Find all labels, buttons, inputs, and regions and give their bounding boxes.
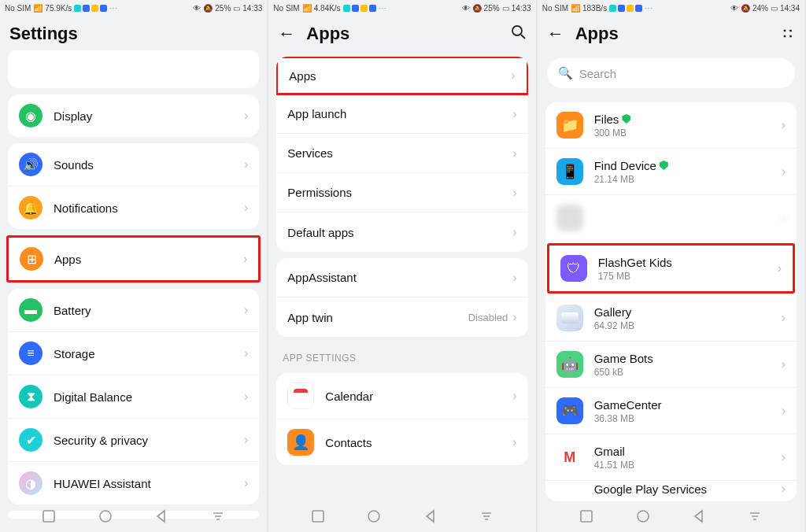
nav-bar [538, 501, 804, 532]
battery-icon: ▭ [771, 4, 778, 13]
app-list-row[interactable]: MGmail41.51 MB› [545, 434, 797, 481]
apps-grid-icon: ⊞ [20, 247, 43, 271]
nav-home-icon[interactable] [636, 509, 650, 523]
app-name: GameCenter [594, 398, 782, 412]
nav-bar [0, 501, 267, 532]
find-device-app-icon: 📱 [556, 158, 583, 185]
four-dots-icon[interactable]: ∷ [783, 25, 795, 42]
battery-pct: 24% [752, 4, 768, 13]
chevron-right-icon: › [782, 118, 786, 132]
files-app-icon: 📁 [556, 112, 583, 139]
nav-menu-icon[interactable] [479, 509, 494, 523]
app-list-row[interactable]: Google Play Services› [545, 481, 797, 501]
apps-row-permissions[interactable]: Permissions › [276, 173, 527, 212]
game-bots-app-icon: 🤖 [556, 351, 583, 378]
apps-row-calendar[interactable]: Calendar › [276, 373, 527, 419]
chevron-right-icon: › [782, 357, 786, 371]
nav-recent-icon[interactable] [579, 509, 593, 523]
settings-row-sounds[interactable]: 🔊 Sounds › [8, 143, 259, 187]
row-value: Disabled [468, 312, 508, 323]
app-size: 64.92 MB [594, 320, 782, 331]
app-list-row[interactable]: 🛡FlashGet Kids175 MB› [547, 243, 795, 294]
settings-row-huawei-assistant[interactable]: ◑ HUAWEI Assistant › [8, 462, 259, 504]
screen-apps-list: No SIM 📶 183B/s ⋯ 👁 🔕 24% ▭ 14:34 ← Apps… [538, 0, 806, 532]
settings-card-system: ▬ Battery › ≡ Storage › ⧗ Digital Balanc… [8, 289, 259, 504]
apps-row-services[interactable]: Services › [276, 134, 527, 173]
eye-icon: ◉ [19, 104, 43, 127]
apps-row-app-twin[interactable]: App twin Disabled › [276, 297, 527, 337]
settings-row-digital-balance[interactable]: ⧗ Digital Balance › [8, 375, 259, 419]
row-label: Notifications [54, 201, 244, 215]
settings-row-display[interactable]: ◉ Display › [8, 94, 259, 137]
calendar-icon [287, 382, 314, 409]
settings-row-battery[interactable]: ▬ Battery › [8, 289, 259, 332]
shield-badge-icon [622, 114, 630, 124]
apps-menu-card-2: AppAssistant › App twin Disabled › [276, 258, 527, 337]
nav-back-icon[interactable] [154, 509, 168, 523]
chevron-right-icon: › [782, 164, 786, 179]
row-label: Security & privacy [54, 434, 244, 447]
nav-home-icon[interactable] [98, 509, 113, 523]
settings-row-notifications[interactable]: 🔔 Notifications › [8, 187, 259, 229]
chevron-right-icon: › [244, 157, 248, 172]
chevron-right-icon: › [512, 389, 516, 403]
chevron-right-icon: › [782, 404, 786, 418]
app-name: Gmail [594, 445, 782, 458]
app-size: 21.14 MB [594, 174, 782, 185]
app-list-row[interactable]: › [545, 195, 797, 242]
apps-row-contacts[interactable]: 👤 Contacts › [276, 419, 527, 465]
storage-icon: ≡ [19, 342, 43, 365]
status-bar: No SIM 📶 4.84K/s ⋯ 👁 🔕 25% ▭ 14:33 [268, 0, 535, 16]
search-icon[interactable] [511, 24, 527, 44]
back-arrow-icon[interactable]: ← [547, 24, 564, 44]
chevron-right-icon: › [511, 68, 515, 83]
app-list-row[interactable]: Gallery64.92 MB› [545, 295, 797, 342]
app-name: Google Play Services [594, 482, 782, 496]
chevron-right-icon: › [782, 311, 786, 325]
apps-row-app-launch[interactable]: App launch › [276, 94, 527, 134]
sim-status: No SIM [5, 4, 31, 13]
eye-icon: 👁 [462, 4, 470, 13]
row-label: Services [287, 146, 512, 160]
settings-row[interactable] [8, 50, 259, 88]
net-speed: 4.84K/s [314, 4, 341, 13]
chevron-right-icon: › [512, 107, 516, 121]
nav-menu-icon[interactable] [748, 509, 762, 523]
more-dots-icon: ⋯ [645, 4, 653, 13]
row-label: Permissions [287, 186, 512, 199]
settings-row-storage[interactable]: ≡ Storage › [8, 332, 259, 375]
shield-badge-icon [660, 161, 668, 170]
app-list-row[interactable]: 🤖Game Bots650 kB› [545, 342, 797, 388]
nav-menu-icon[interactable] [211, 509, 225, 523]
chevron-right-icon: › [244, 346, 248, 360]
settings-row-apps[interactable]: ⊞ Apps › [9, 238, 258, 280]
app-list-row[interactable]: 📱Find Device21.14 MB› [545, 149, 797, 195]
search-input[interactable]: 🔍 Search [547, 58, 795, 88]
nav-back-icon[interactable] [423, 509, 438, 523]
svg-rect-5 [581, 511, 592, 522]
header: ← Apps [268, 16, 535, 50]
chevron-right-icon: › [244, 109, 248, 123]
nav-recent-icon[interactable] [42, 509, 56, 523]
battery-icon: ▭ [233, 4, 240, 13]
nav-recent-icon[interactable] [311, 509, 325, 523]
gmail-app-icon: M [556, 444, 583, 471]
apps-row-appassistant[interactable]: AppAssistant › [276, 258, 527, 297]
app-list-row[interactable]: 📁Files300 MB› [545, 102, 797, 149]
back-arrow-icon[interactable]: ← [278, 24, 295, 44]
page-title: Settings [9, 24, 78, 44]
apps-row-default-apps[interactable]: Default apps › [276, 212, 527, 252]
mute-icon: 🔕 [203, 4, 213, 13]
svg-point-4 [368, 511, 379, 522]
settings-row-security[interactable]: ✔ Security & privacy › [8, 419, 259, 462]
row-label: AppAssistant [287, 271, 512, 284]
apps-row-apps[interactable]: Apps › [276, 57, 527, 95]
battery-icon: ▬ [19, 298, 43, 322]
wifi-icon: 📶 [302, 4, 312, 13]
nav-home-icon[interactable] [367, 509, 381, 523]
chevron-right-icon: › [244, 476, 248, 490]
page-title: Apps [575, 24, 619, 44]
row-label: Apps [289, 69, 511, 83]
nav-back-icon[interactable] [692, 509, 706, 523]
app-list-row[interactable]: 🎮GameCenter36.38 MB› [545, 388, 797, 434]
